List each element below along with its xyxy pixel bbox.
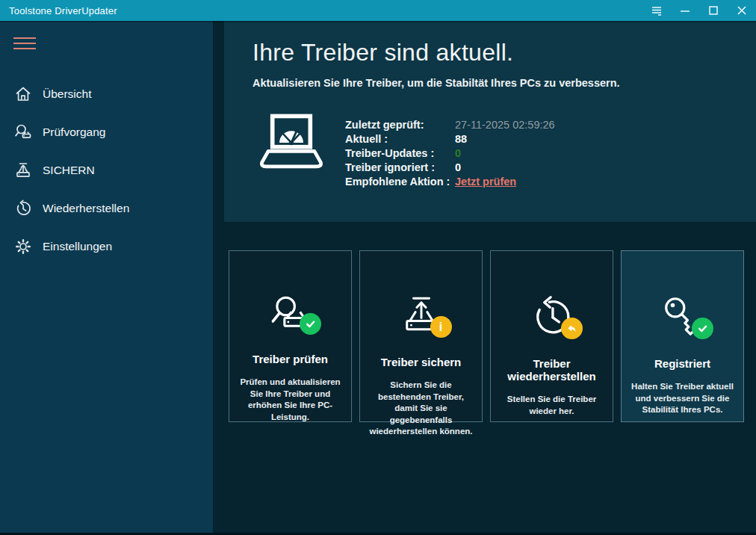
titlebar: Toolstone DriverUpdater bbox=[0, 0, 756, 21]
undo-badge-icon bbox=[561, 318, 583, 339]
card-description: Stellen Sie die Treiber wieder her. bbox=[491, 394, 613, 417]
last-checked-timestamp: 27-11-2025 02:59:26 bbox=[455, 119, 555, 131]
minimize-button[interactable] bbox=[671, 0, 699, 21]
sidebar: Übersicht Prüfvorgang bbox=[0, 21, 213, 535]
stat-label: Aktuell : bbox=[345, 132, 452, 146]
gear-icon bbox=[13, 237, 33, 256]
sidebar-item-label: Wiederherstellen bbox=[43, 202, 129, 215]
stat-driver-updates: Treiber-Updates : 0 bbox=[345, 146, 555, 161]
hamburger-menu-icon[interactable] bbox=[13, 37, 36, 49]
check-badge-icon bbox=[692, 318, 713, 339]
restore-history-icon bbox=[529, 294, 575, 338]
maximize-button[interactable] bbox=[699, 0, 728, 21]
card-treiber-sichern[interactable]: i Treiber sichern Sichern Sie die besteh… bbox=[359, 250, 483, 422]
stat-last-checked: Zuletzt geprüft: 27-11-2025 02:59:26 bbox=[345, 118, 555, 132]
page-subtitle: Aktualisieren Sie Ihre Treiber, um die S… bbox=[252, 77, 620, 89]
key-icon bbox=[660, 294, 706, 338]
main-content: Ihre Treiber sind aktuell. Aktualisieren… bbox=[213, 21, 756, 535]
stat-recommended-action: Empfohlene Aktion : Jetzt prüfen bbox=[345, 175, 555, 189]
sidebar-item-label: Einstellungen bbox=[43, 240, 112, 253]
backup-drive-icon bbox=[13, 161, 33, 180]
sidebar-item-einstellungen[interactable]: Einstellungen bbox=[0, 227, 213, 265]
sidebar-item-sichern[interactable]: SICHERN bbox=[0, 151, 213, 189]
info-badge-icon: i bbox=[430, 316, 452, 338]
card-title: Treiber sichern bbox=[381, 356, 462, 368]
card-treiber-pruefen[interactable]: Treiber prüfen Prüfen und aktualisieren … bbox=[229, 250, 352, 422]
scan-search-icon bbox=[13, 123, 33, 142]
current-drivers-count: 88 bbox=[455, 133, 467, 145]
stat-drivers-ignored: Treiber ignoriert : 0 bbox=[345, 161, 555, 175]
sidebar-item-label: Prüfvorgang bbox=[43, 126, 105, 139]
window-controls bbox=[642, 0, 756, 21]
sidebar-nav: Übersicht Prüfvorgang bbox=[0, 75, 213, 265]
stat-label: Zuletzt geprüft: bbox=[345, 118, 452, 132]
laptop-speedometer-icon bbox=[258, 114, 325, 176]
sidebar-item-pruefvorgang[interactable]: Prüfvorgang bbox=[0, 113, 213, 151]
action-cards: Treiber prüfen Prüfen und aktualisieren … bbox=[229, 250, 744, 422]
driver-updates-count: 0 bbox=[455, 147, 461, 159]
home-icon bbox=[13, 84, 33, 104]
drivers-ignored-count: 0 bbox=[455, 161, 461, 173]
close-icon bbox=[737, 5, 747, 16]
card-title: Registriert bbox=[654, 357, 710, 370]
restore-history-icon bbox=[13, 199, 33, 218]
card-title: Treiber prüfen bbox=[252, 353, 328, 365]
app-window: Toolstone DriverUpdater bbox=[0, 0, 756, 535]
stat-current-drivers: Aktuell : 88 bbox=[345, 132, 555, 146]
close-button[interactable] bbox=[728, 0, 756, 21]
window-menu-icon[interactable] bbox=[642, 0, 671, 21]
status-hero-panel: Ihre Treiber sind aktuell. Aktualisieren… bbox=[224, 21, 756, 222]
backup-drive-icon: i bbox=[398, 294, 444, 336]
stat-label: Treiber-Updates : bbox=[345, 146, 452, 161]
check-now-link[interactable]: Jetzt prüfen bbox=[455, 176, 516, 188]
driver-status-list: Zuletzt geprüft: 27-11-2025 02:59:26 Akt… bbox=[345, 118, 555, 189]
sidebar-item-label: Übersicht bbox=[43, 87, 91, 101]
card-treiber-wiederherstellen[interactable]: Treiber wiederherstellen Stellen Sie die… bbox=[490, 250, 613, 422]
page-title: Ihre Treiber sind aktuell. bbox=[252, 39, 513, 67]
maximize-icon bbox=[708, 5, 719, 16]
card-registriert[interactable]: Registriert Halten Sie Treiber aktuell u… bbox=[621, 250, 744, 422]
card-description: Sichern Sie die bestehenden Treiber, dam… bbox=[360, 380, 482, 438]
card-description: Prüfen und aktualisieren Sie Ihre Treibe… bbox=[229, 377, 351, 423]
stat-label: Empfohlene Aktion : bbox=[345, 175, 452, 189]
sidebar-item-label: SICHERN bbox=[43, 164, 95, 177]
window-title: Toolstone DriverUpdater bbox=[0, 5, 117, 16]
check-badge-icon bbox=[300, 313, 321, 335]
stat-label: Treiber ignoriert : bbox=[345, 161, 452, 175]
sidebar-item-uebersicht[interactable]: Übersicht bbox=[0, 75, 213, 113]
menu-lines-icon bbox=[651, 4, 663, 16]
sidebar-item-wiederherstellen[interactable]: Wiederherstellen bbox=[0, 189, 213, 227]
card-description: Halten Sie Treiber aktuell und verbesser… bbox=[622, 381, 743, 416]
card-title: Treiber wiederherstellen bbox=[491, 357, 613, 383]
search-driver-icon bbox=[267, 294, 314, 333]
minimize-icon bbox=[680, 5, 690, 16]
